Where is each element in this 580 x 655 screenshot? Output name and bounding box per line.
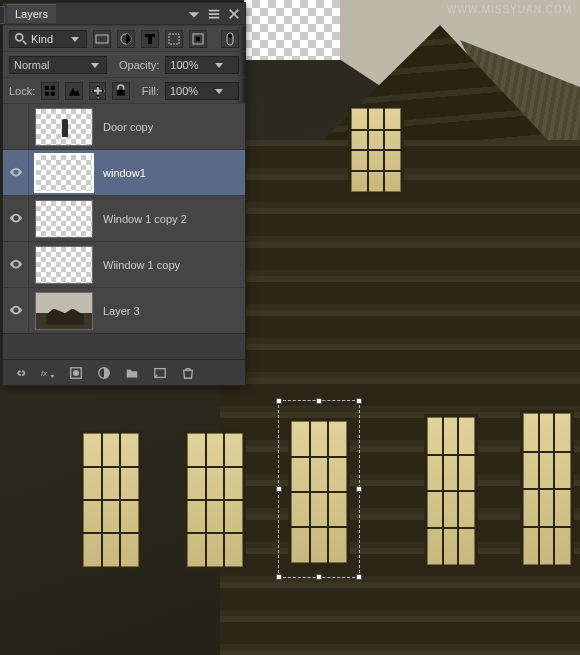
new-layer-icon[interactable] [153,366,167,380]
transform-handle[interactable] [276,398,282,404]
house-window-2 [184,430,246,570]
transform-handle[interactable] [276,574,282,580]
panel-close-icon[interactable] [227,7,241,21]
opacity-label: Opacity: [119,59,159,71]
lock-transparent-icon[interactable] [41,82,59,100]
panel-collapse-grip[interactable] [0,6,5,24]
mask-icon[interactable] [69,366,83,380]
opacity-field[interactable]: 100% [165,56,239,74]
link-layers-icon[interactable] [13,366,27,380]
filter-smartobject-icon[interactable] [189,30,207,48]
layer-row[interactable]: Wiindow 1 copy [3,241,245,287]
filter-type-icon[interactable] [141,30,159,48]
svg-rect-5 [196,37,200,41]
transform-handle[interactable] [276,486,282,492]
house-window-5 [520,410,574,568]
layer-name[interactable]: Door copy [99,121,245,133]
lock-all-icon[interactable] [112,82,130,100]
transform-handle[interactable] [316,574,322,580]
chevron-down-icon[interactable] [68,32,82,46]
eye-icon [9,165,23,181]
svg-rect-1 [96,35,108,43]
layer-row[interactable]: Door copy [3,103,245,149]
visibility-toggle[interactable] [3,242,29,287]
blend-mode-value: Normal [14,59,49,71]
eye-icon [9,303,23,319]
layer-thumbnail[interactable] [35,154,93,192]
transform-handle[interactable] [356,486,362,492]
blend-row: Normal Opacity: 100% [3,51,245,77]
transform-handle[interactable] [356,398,362,404]
filter-pixel-icon[interactable] [93,30,111,48]
panel-menu-icon[interactable] [207,7,221,21]
filter-adjustment-icon[interactable] [117,30,135,48]
svg-point-0 [16,33,23,40]
panel-titlebar: Layers [3,3,245,25]
visibility-toggle[interactable] [3,150,29,195]
chevron-down-icon [204,84,234,98]
blend-mode-select[interactable]: Normal [9,56,107,74]
filter-shape-icon[interactable] [165,30,183,48]
layer-filter-input[interactable] [31,33,65,45]
fill-field[interactable]: 100% [165,82,239,100]
transform-handle[interactable] [316,398,322,404]
layers-panel: Layers Normal Opacity: 100% [2,2,246,386]
visibility-toggle[interactable] [3,104,29,149]
layer-filter-row [3,25,245,51]
transform-handle[interactable] [356,574,362,580]
layer-row[interactable]: Window 1 copy 2 [3,195,245,241]
layer-thumbnail[interactable] [35,108,93,146]
lock-label: Lock: [9,85,35,97]
layer-name[interactable]: window1 [99,167,245,179]
layer-name[interactable]: Layer 3 [99,305,245,317]
house-window-4 [424,414,478,568]
svg-rect-11 [51,91,55,95]
layer-name[interactable]: Window 1 copy 2 [99,213,245,225]
house-window-attic [348,105,404,195]
svg-point-7 [228,34,232,38]
visibility-toggle[interactable] [3,288,29,333]
layers-list: Door copy window1 Window 1 copy 2 Wiindo… [3,103,245,333]
eye-icon [9,257,23,273]
panel-tab-layers[interactable]: Layers [7,4,56,23]
layer-filter-kind[interactable] [9,30,87,48]
visibility-toggle[interactable] [3,196,29,241]
lock-position-icon[interactable] [89,82,107,100]
fill-label: Fill: [142,85,159,97]
svg-rect-10 [45,91,49,95]
house-window-1 [80,430,142,570]
chevron-down-icon [88,58,102,72]
eye-icon [9,211,23,227]
svg-rect-3 [169,34,179,44]
group-icon[interactable] [125,366,139,380]
layer-thumbnail[interactable] [35,292,93,330]
fx-icon[interactable]: fx [41,366,55,380]
svg-point-15 [73,369,79,375]
layer-row[interactable]: Layer 3 [3,287,245,333]
watermark-text: WWW.MISSYUAN.COM [447,4,572,15]
svg-text:fx: fx [41,368,48,377]
free-transform-bounds[interactable] [278,400,360,578]
panel-footer: fx [3,359,245,385]
search-icon [14,32,28,46]
lock-row: Lock: Fill: 100% [3,77,245,103]
filter-toggle-switch[interactable] [221,30,239,48]
panel-dropdown-icon[interactable] [187,7,201,21]
chevron-down-icon [204,58,234,72]
svg-rect-8 [45,86,49,90]
house-wall [220,140,580,655]
layer-row[interactable]: window1 [3,149,245,195]
fill-value: 100% [170,85,200,97]
layer-name[interactable]: Wiindow 1 copy [99,259,245,271]
layer-thumbnail[interactable] [35,200,93,238]
opacity-value: 100% [170,59,200,71]
adjustment-layer-icon[interactable] [97,366,111,380]
svg-rect-9 [51,86,55,90]
svg-rect-12 [117,90,125,96]
panel-empty-area [3,333,245,359]
lock-image-icon[interactable] [65,82,83,100]
layer-thumbnail[interactable] [35,246,93,284]
trash-icon[interactable] [181,366,195,380]
